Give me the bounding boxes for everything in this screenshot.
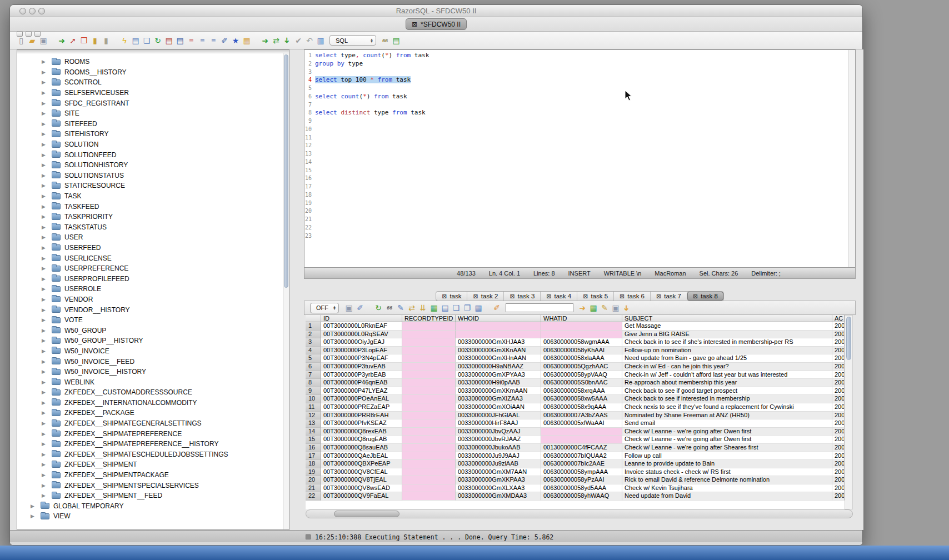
cell[interactable]: 00630000007A3bZAAS [541,412,622,420]
cell[interactable]: 0033000000JbukoAAB [456,444,541,452]
expand-triangle-icon[interactable]: ▶ [42,204,49,209]
close-tab-icon[interactable]: ⊠ [693,293,698,300]
cell[interactable]: Rick to email David & reference Delmonte… [622,476,832,484]
cell[interactable]: Re-approach about membership this year [622,379,832,387]
cell[interactable]: 006300000058yKhAAI [541,347,622,355]
tree-item[interactable]: ▶W50_GROUP__HISTORY [17,336,289,346]
cell[interactable]: 200 [832,371,845,379]
expand-triangle-icon[interactable]: ▶ [42,121,49,127]
expand-triangle-icon[interactable]: ▶ [42,400,49,406]
cell[interactable] [402,419,456,428]
results-horizontal-scrollbar[interactable] [306,509,853,518]
close-tab-icon[interactable]: ⊠ [510,293,515,300]
highlight-pen-icon[interactable]: ✐ [491,303,502,313]
expand-triangle-icon[interactable]: ▶ [42,348,49,354]
cell[interactable]: 00T3000000P47LYEAZ [321,387,402,396]
format-sql-icon[interactable]: ≡ [186,35,197,46]
tree-item[interactable]: ▶ZKFEDEX__PACKAGE [17,408,289,418]
expand-triangle-icon[interactable]: ▶ [42,317,49,323]
cell[interactable]: 200 [832,347,845,355]
tree-item[interactable]: ▶USERFEED [17,243,289,253]
cell[interactable]: Get Massage [622,322,832,331]
tree-item[interactable]: ▶ZKFEDEX__CUSTOMADDRESSSOURCE [17,387,289,398]
cell[interactable]: 0033000000HirF8AAJ [456,419,541,428]
cell[interactable]: 0033000000GmXHJAA3 [456,338,541,347]
expand-triangle-icon[interactable]: ▶ [42,234,49,240]
close-tab-icon[interactable]: ⊠ [620,293,625,300]
cell[interactable]: 00T3000000L0RqSEAV [321,331,402,339]
document-tab[interactable]: ⊠ *SFDCW50 II [406,18,467,30]
expand-triangle-icon[interactable]: ▶ [42,431,49,437]
table-row[interactable]: 1000T3000000POeAnEAL0033000000GmXIZAA300… [306,395,845,403]
cell[interactable]: 0033000000GmXKmAAN [456,387,541,396]
results-vertical-scrollbar[interactable] [845,315,853,509]
table-row[interactable]: 1600T3000000Q8sauEAB0033000000JbukoAAB00… [306,444,845,452]
cell[interactable]: Check w/ Leanne - we're going after Owen… [622,428,832,436]
cell[interactable]: 00T3000000POeAnEAL [321,395,402,403]
cell[interactable]: 00T3000000PRR8rEAH [321,412,402,420]
cell[interactable]: 00T3000000P46qnEAB [321,379,402,387]
cell[interactable]: 200 [832,452,845,461]
expand-triangle-icon[interactable]: ▶ [42,101,49,106]
cell[interactable]: Follow up call [622,452,832,461]
expand-triangle-icon[interactable]: ▶ [42,441,49,447]
cell[interactable]: Check-in w/ Jeff - couldn't afford last … [622,371,832,379]
table-row[interactable]: 1200T3000000PRR8rEAH0033000000JFhGlAAL00… [306,412,845,420]
copy-table-icon[interactable]: ❒ [78,35,89,46]
expand-triangle-icon[interactable]: ▶ [42,328,49,333]
tree-item[interactable]: ▶VIEW [17,511,289,522]
cell[interactable] [402,371,456,379]
cell[interactable]: 200 [832,419,845,428]
sidebar-scrollbar[interactable] [283,53,289,529]
cell[interactable]: 00630000005xfWaAAI [541,419,622,428]
edit-cell-icon[interactable]: ✎ [395,303,406,313]
save-grid-icon[interactable]: ▣ [610,303,621,313]
cell[interactable] [541,428,622,436]
expand-triangle-icon[interactable]: ▶ [31,503,38,509]
refresh-results-icon[interactable]: ↻ [373,303,384,313]
cell[interactable]: 200 [832,322,845,331]
cell[interactable]: Send email [622,419,832,428]
cell[interactable]: 200 [832,412,845,420]
table-row[interactable]: 400T3000000P3LopEAF0033000000GmXKnAAN006… [306,347,845,355]
frame-button-icon[interactable] [34,31,41,37]
table-row[interactable]: 200T3000000L0RqSEAVGive Jenn a BIG RAISE… [306,331,845,339]
tree-item[interactable]: ▶W50_INVOICE [17,346,289,357]
red-book-icon[interactable]: ▤ [163,35,174,46]
cell[interactable]: 0033000000Ju9J9AAJ [456,452,541,461]
tree-item[interactable]: ▶ZKFEDEX__SHIPMATEPREFERENCE [17,428,289,439]
tree-item[interactable]: ▶TASKPRIORITY [17,212,289,222]
cell[interactable]: 0033000000GmXM7AAN [456,468,541,477]
cell[interactable] [402,468,456,477]
expand-triangle-icon[interactable]: ▶ [42,152,49,158]
cell[interactable]: Check nexis to see if they've found a re… [622,403,832,412]
expand-triangle-icon[interactable]: ▶ [42,379,49,385]
align-lines-icon[interactable]: ≡ [197,35,208,46]
export-grid-icon[interactable]: ▦ [588,303,599,313]
tree-item[interactable]: ▶STATICRESOURCE [17,181,289,191]
tree-item[interactable]: ▶ROOMS [17,57,289,67]
cell[interactable]: 00T3000000PfvKSEAZ [321,419,402,428]
cell[interactable]: 0033000000GmXHnAAN [456,354,541,363]
column-header[interactable]: SUBJECT [622,315,832,322]
table-row[interactable]: 100T3000000L0RknEAFGet Massage200 [306,322,845,331]
find-next-icon[interactable]: ➜ [577,303,588,313]
expand-triangle-icon[interactable]: ▶ [42,297,49,302]
search-input[interactable] [506,303,573,312]
cell[interactable]: 200 [832,363,845,371]
tree-item[interactable]: ▶GLOBAL TEMPORARY [17,501,289,512]
cell[interactable] [402,395,456,403]
cell[interactable]: 200 [832,354,845,363]
forward-arrow-icon[interactable]: ➜ [259,35,271,46]
tree-item[interactable]: ▶SITEFEED [17,119,289,129]
refresh-connection-icon[interactable]: ↻ [152,35,163,46]
create-table-icon[interactable]: ▮ [89,35,101,46]
cell[interactable]: Give Jenn a BIG RAISE [622,331,832,339]
cell[interactable] [402,338,456,347]
tree-item[interactable]: ▶ZKFEDEX__SHIPMENTSPECIALSERVICES [17,480,289,491]
cell[interactable]: 200 [832,379,845,387]
cell[interactable]: 0033000000JbvQzAAJ [456,428,541,436]
cell[interactable] [456,322,541,331]
execute-sql-icon[interactable]: ϟ [119,35,130,46]
cell[interactable]: 200 [832,338,845,347]
